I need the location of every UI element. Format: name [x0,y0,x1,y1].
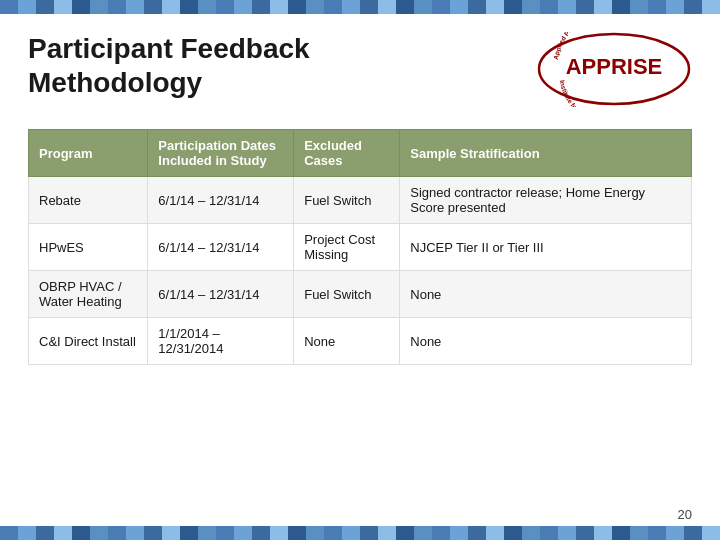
cell-participation-2: 6/1/14 – 12/31/14 [148,271,294,318]
col-header-sample: Sample Stratification [400,130,692,177]
cell-program-2: OBRP HVAC / Water Heating [29,271,148,318]
cell-program-3: C&I Direct Install [29,318,148,365]
cell-sample-2: None [400,271,692,318]
cell-excluded-1: Project Cost Missing [294,224,400,271]
cell-excluded-3: None [294,318,400,365]
cell-sample-3: None [400,318,692,365]
apprise-logo: Applied Public Policy Research APPRISE I… [537,32,692,107]
cell-participation-1: 6/1/14 – 12/31/14 [148,224,294,271]
page-number: 20 [678,507,692,522]
cell-excluded-2: Fuel Switch [294,271,400,318]
cell-program-0: Rebate [29,177,148,224]
header-row: Participant Feedback Methodology Applied… [28,32,692,107]
cell-excluded-0: Fuel Switch [294,177,400,224]
cell-program-1: HPwES [29,224,148,271]
table-row: HPwES 6/1/14 – 12/31/14 Project Cost Mis… [29,224,692,271]
cell-sample-1: NJCEP Tier II or Tier III [400,224,692,271]
bottom-border-strip [0,526,720,540]
table-row: OBRP HVAC / Water Heating 6/1/14 – 12/31… [29,271,692,318]
cell-sample-0: Signed contractor release; Home Energy S… [400,177,692,224]
table-row: C&I Direct Install 1/1/2014 – 12/31/2014… [29,318,692,365]
top-border-strip [0,0,720,14]
table-header-row: Program Participation Dates Included in … [29,130,692,177]
cell-participation-3: 1/1/2014 – 12/31/2014 [148,318,294,365]
table-row: Rebate 6/1/14 – 12/31/14 Fuel Switch Sig… [29,177,692,224]
page-title: Participant Feedback Methodology [28,32,310,99]
methodology-table: Program Participation Dates Included in … [28,129,692,365]
col-header-program: Program [29,130,148,177]
svg-text:APPRISE: APPRISE [566,54,663,79]
col-header-participation: Participation Dates Included in Study [148,130,294,177]
col-header-excluded: Excluded Cases [294,130,400,177]
cell-participation-0: 6/1/14 – 12/31/14 [148,177,294,224]
